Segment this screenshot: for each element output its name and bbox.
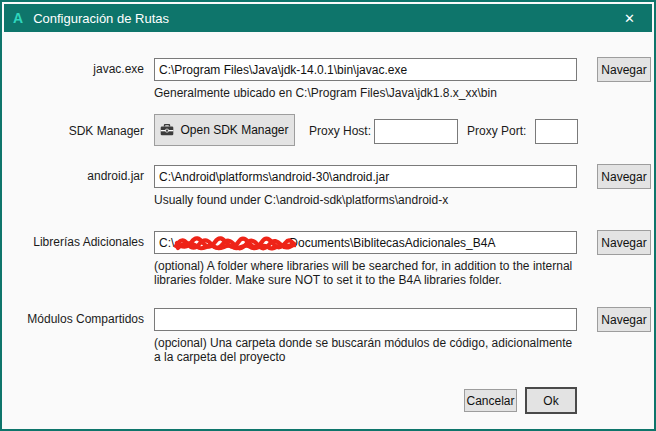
javac-path-input[interactable] (154, 58, 577, 81)
shared-modules-helper-line1: (opcional) Una carpeta donde se buscarán… (154, 336, 572, 350)
shared-modules-browse-button[interactable]: Navegar (597, 307, 651, 332)
additional-libraries-browse-button[interactable]: Navegar (597, 230, 651, 255)
javac-label: javac.exe (24, 62, 144, 76)
close-icon[interactable]: ✕ (607, 4, 652, 32)
additional-libraries-helper-line1: (optional) A folder where libraries will… (154, 259, 572, 273)
additional-libraries-label: Librerías Adicionales (24, 235, 144, 249)
proxy-port-label: Proxy Port: (467, 124, 526, 138)
open-sdk-manager-label: Open SDK Manager (180, 123, 288, 137)
dialog-title: Configuración de Rutas (33, 11, 169, 26)
toolbox-icon (160, 124, 174, 136)
ok-button[interactable]: Ok (525, 387, 577, 414)
sdk-manager-label: SDK Manager (24, 124, 144, 138)
shared-modules-label: Módulos Compartidos (24, 312, 144, 326)
path-prefix: C:\ (159, 236, 174, 250)
red-scribble-redaction (174, 236, 296, 252)
proxy-host-input[interactable] (374, 119, 458, 144)
app-logo-icon: A (13, 10, 23, 26)
shared-modules-path-input[interactable] (154, 308, 577, 331)
android-jar-path-input[interactable] (154, 165, 577, 188)
android-jar-browse-button[interactable]: Navegar (597, 164, 651, 189)
android-jar-label: android.jar (24, 169, 144, 183)
path-suffix: Documents\BiblitecasAdicionales_B4A (289, 236, 495, 250)
javac-helper-text: Generalmente ubicado en C:\Program Files… (154, 86, 497, 100)
proxy-port-input[interactable] (535, 119, 578, 144)
additional-libraries-helper-line2: libraries folder. Make sure NOT to set i… (154, 273, 502, 287)
additional-libraries-path-input[interactable]: C:\ Documents\BiblitecasAdicionales_B4A (154, 231, 577, 254)
title-bar[interactable]: A Configuración de Rutas ✕ (4, 4, 652, 32)
javac-browse-button[interactable]: Navegar (597, 57, 651, 82)
proxy-host-label: Proxy Host: (309, 124, 371, 138)
cancel-button[interactable]: Cancelar (464, 389, 517, 412)
open-sdk-manager-button[interactable]: Open SDK Manager (154, 114, 295, 146)
shared-modules-helper-line2: a la carpeta del proyecto (154, 350, 285, 364)
android-jar-helper-text: Usually found under C:\android-sdk\platf… (154, 193, 448, 207)
paths-configuration-dialog: A Configuración de Rutas ✕ javac.exe Nav… (0, 0, 656, 431)
